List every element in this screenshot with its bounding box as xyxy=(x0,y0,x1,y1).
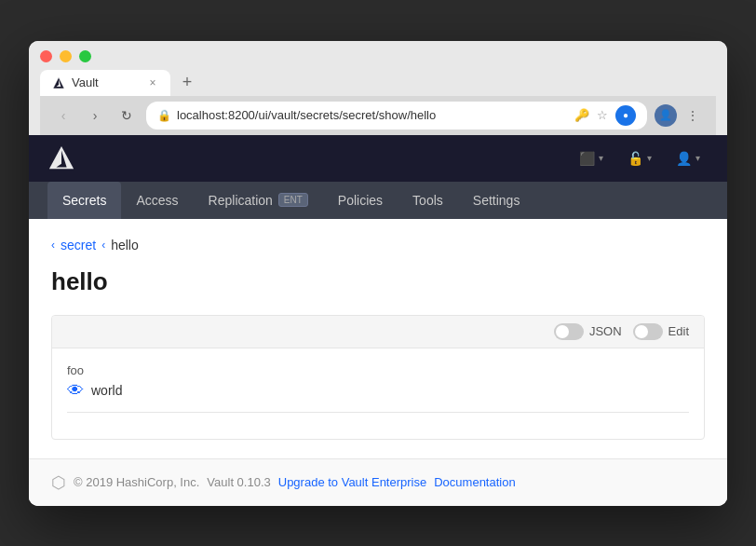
more-options-button[interactable]: ⋮ xyxy=(681,103,705,128)
tab-close-button[interactable]: × xyxy=(146,76,159,89)
terminal-button[interactable]: ⬛ ▾ xyxy=(571,146,612,171)
address-bar-row: ‹ › ↻ 🔒 localhost:8200/ui/vault/secrets/… xyxy=(40,96,716,135)
address-text: localhost:8200/ui/vault/secrets/secret/s… xyxy=(177,108,436,122)
browser-tab-vault[interactable]: Vault × xyxy=(40,70,170,96)
address-right-icons: 🔑 ☆ ● xyxy=(574,105,636,126)
nav-label-tools: Tools xyxy=(412,193,443,208)
breadcrumb-chevron-2: ‹ xyxy=(101,239,105,252)
nav-label-settings: Settings xyxy=(473,193,520,208)
terminal-icon: ⬛ xyxy=(579,151,595,166)
secret-row: foo 👁 world xyxy=(67,363,689,401)
secret-toolbar: JSON Edit xyxy=(52,316,704,348)
nav-label-secrets: Secrets xyxy=(62,193,106,208)
footer-version: Vault 0.10.3 xyxy=(207,475,270,489)
user-chevron-icon: ▾ xyxy=(695,153,700,163)
lock-chevron-icon: ▾ xyxy=(647,153,652,163)
secret-body: foo 👁 world xyxy=(52,348,704,439)
new-tab-button[interactable]: + xyxy=(174,70,200,96)
secret-key: foo xyxy=(67,363,689,377)
footer-copyright: © 2019 HashiCorp, Inc. xyxy=(74,475,199,489)
tab-favicon xyxy=(51,75,66,90)
secret-divider xyxy=(67,412,689,413)
edit-toggle-group: Edit xyxy=(633,323,689,340)
maximize-button[interactable] xyxy=(79,50,91,62)
nav-label-replication: Replication xyxy=(209,193,273,208)
browser-chrome: Vault × + ‹ › ↻ 🔒 localhost:8200/ui/vaul… xyxy=(29,41,727,135)
lock-header-icon: 🔓 xyxy=(628,151,643,166)
lock-button[interactable]: 🔓 ▾ xyxy=(619,146,660,171)
terminal-chevron-icon: ▾ xyxy=(599,153,603,163)
forward-button[interactable]: › xyxy=(83,103,107,128)
secret-value-row: 👁 world xyxy=(67,381,689,401)
json-toggle-group: JSON xyxy=(554,323,622,340)
nav-item-replication[interactable]: Replication ENT xyxy=(194,182,323,219)
nav-item-tools[interactable]: Tools xyxy=(398,182,458,219)
tab-bar: Vault × + xyxy=(40,70,716,96)
reveal-icon[interactable]: 👁 xyxy=(67,381,84,401)
nav-label-access: Access xyxy=(136,193,178,208)
vault-nav: Secrets Access Replication ENT Policies … xyxy=(29,182,727,219)
nav-item-settings[interactable]: Settings xyxy=(458,182,535,219)
edit-label: Edit xyxy=(668,324,689,338)
browser-right-icons: 👤 ⋮ xyxy=(655,103,705,128)
json-label: JSON xyxy=(589,324,622,338)
nav-item-secrets[interactable]: Secrets xyxy=(47,182,121,219)
vault-header-right: ⬛ ▾ 🔓 ▾ 👤 ▾ xyxy=(571,146,709,171)
vault-content: ‹ secret ‹ hello hello JSON Edit xyxy=(29,219,727,458)
sync-icon: ● xyxy=(615,105,636,126)
edit-toggle[interactable] xyxy=(633,323,663,340)
nav-item-policies[interactable]: Policies xyxy=(323,182,398,219)
hashicorp-logo-icon: ⬡ xyxy=(51,472,66,493)
ent-badge: ENT xyxy=(278,193,308,207)
breadcrumb-parent-link[interactable]: secret xyxy=(61,238,96,253)
json-toggle[interactable] xyxy=(554,323,584,340)
address-bar[interactable]: 🔒 localhost:8200/ui/vault/secrets/secret… xyxy=(146,102,647,130)
docs-link[interactable]: Documentation xyxy=(434,475,515,489)
close-button[interactable] xyxy=(40,50,52,62)
nav-label-policies: Policies xyxy=(338,193,383,208)
secret-value: world xyxy=(91,383,122,398)
tab-title: Vault xyxy=(72,75,99,89)
vault-header: ⬛ ▾ 🔓 ▾ 👤 ▾ xyxy=(29,135,727,182)
vault-footer: ⬡ © 2019 HashiCorp, Inc. Vault 0.10.3 Up… xyxy=(29,458,727,506)
breadcrumb-chevron-1: ‹ xyxy=(51,239,55,252)
upgrade-link[interactable]: Upgrade to Vault Enterprise xyxy=(278,475,426,489)
lock-icon: 🔒 xyxy=(157,109,171,122)
minimize-button[interactable] xyxy=(60,50,72,62)
breadcrumb: ‹ secret ‹ hello xyxy=(51,238,705,253)
user-button[interactable]: 👤 ▾ xyxy=(668,146,709,171)
browser-window: Vault × + ‹ › ↻ 🔒 localhost:8200/ui/vaul… xyxy=(29,41,727,506)
breadcrumb-current: hello xyxy=(111,238,139,253)
nav-item-access[interactable]: Access xyxy=(121,182,193,219)
page-title: hello xyxy=(51,267,705,296)
vault-app: ⬛ ▾ 🔓 ▾ 👤 ▾ Secrets Access xyxy=(29,135,727,506)
user-icon: 👤 xyxy=(676,151,692,166)
star-icon: ☆ xyxy=(597,108,608,122)
key-icon: 🔑 xyxy=(574,108,589,122)
profile-button[interactable]: 👤 xyxy=(655,104,677,127)
traffic-lights xyxy=(40,50,716,62)
back-button[interactable]: ‹ xyxy=(51,103,75,128)
refresh-button[interactable]: ↻ xyxy=(115,103,139,128)
secret-panel: JSON Edit foo 👁 world xyxy=(51,315,705,440)
vault-logo xyxy=(47,144,75,172)
